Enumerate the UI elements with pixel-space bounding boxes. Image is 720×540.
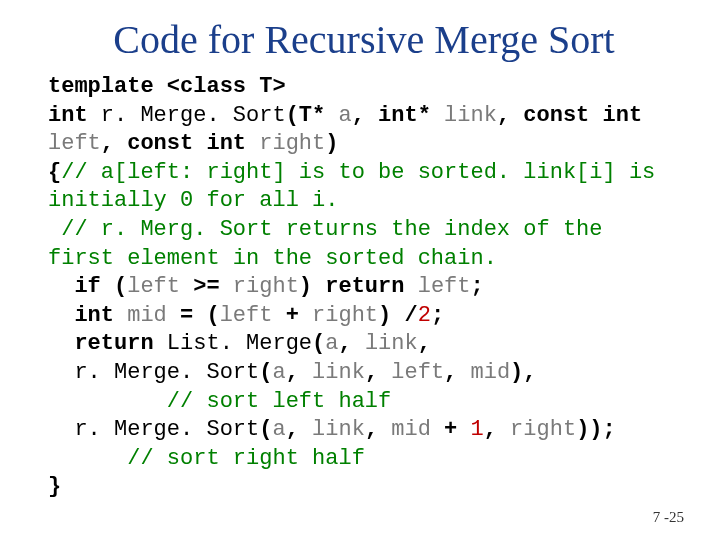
code-text: left (48, 131, 101, 156)
code-text: , (365, 417, 391, 442)
code-comment: // r. Merg. Sort returns the index of th… (48, 217, 616, 271)
code-comment: // sort right half (48, 446, 365, 471)
code-block: template <class T> int r. Merge. Sort(T*… (48, 73, 680, 502)
code-text: link (444, 103, 497, 128)
code-text: , const int (101, 131, 259, 156)
slide: Code for Recursive Merge Sort template <… (0, 0, 720, 540)
code-text: mid (127, 303, 167, 328)
code-text: <class T> (167, 74, 286, 99)
code-text: r. Merge. Sort (101, 103, 286, 128)
code-text: right (233, 274, 299, 299)
code-comment: // a[left: right] is to be sorted. link[… (48, 160, 669, 214)
code-text: a (325, 331, 338, 356)
code-text: a (272, 417, 285, 442)
code-text: right (259, 131, 325, 156)
code-text: link (312, 360, 365, 385)
code-text: ( (259, 417, 272, 442)
code-text: int (48, 103, 101, 128)
code-text: return (48, 331, 167, 356)
code-text: ; (471, 274, 484, 299)
code-text: , (365, 360, 391, 385)
code-text: r. Merge. Sort (74, 360, 259, 385)
code-text: = ( (167, 303, 220, 328)
code-text: ( (259, 360, 272, 385)
code-text: + (272, 303, 312, 328)
code-text: left (391, 360, 444, 385)
code-text: link (312, 417, 365, 442)
code-text: int (48, 303, 127, 328)
code-text: left (220, 303, 273, 328)
code-text: right (510, 417, 576, 442)
code-text: mid (391, 417, 431, 442)
code-text: , const int (497, 103, 655, 128)
code-text: + (431, 417, 471, 442)
code-text: ) / (378, 303, 418, 328)
code-text: ) return (299, 274, 418, 299)
code-text (48, 417, 74, 442)
code-text: >= (180, 274, 233, 299)
code-text: , int* (352, 103, 444, 128)
code-text: , (286, 360, 312, 385)
code-text: , (286, 417, 312, 442)
code-text (48, 360, 74, 385)
code-text: template (48, 74, 167, 99)
code-text: r. Merge. Sort (74, 417, 259, 442)
slide-title: Code for Recursive Merge Sort (48, 16, 680, 63)
code-text: , (484, 417, 510, 442)
code-text: link (365, 331, 418, 356)
code-text: left (418, 274, 471, 299)
code-text: { (48, 160, 61, 185)
code-text: )); (576, 417, 616, 442)
code-text: ; (431, 303, 444, 328)
code-text: mid (471, 360, 511, 385)
code-text: right (312, 303, 378, 328)
code-text: 1 (471, 417, 484, 442)
code-comment: // sort left half (48, 389, 391, 414)
code-text: (T* (286, 103, 339, 128)
code-text: , (338, 331, 364, 356)
code-text: ) (325, 131, 338, 156)
code-text: left (127, 274, 180, 299)
code-text: a (338, 103, 351, 128)
code-text: 2 (418, 303, 431, 328)
code-text: if ( (48, 274, 127, 299)
code-text: , (444, 360, 470, 385)
page-number: 7 -25 (653, 509, 684, 526)
code-text: } (48, 474, 61, 499)
code-text: , (418, 331, 431, 356)
code-text: a (272, 360, 285, 385)
code-text: ), (510, 360, 536, 385)
code-text: List. Merge (167, 331, 312, 356)
code-text: ( (312, 331, 325, 356)
